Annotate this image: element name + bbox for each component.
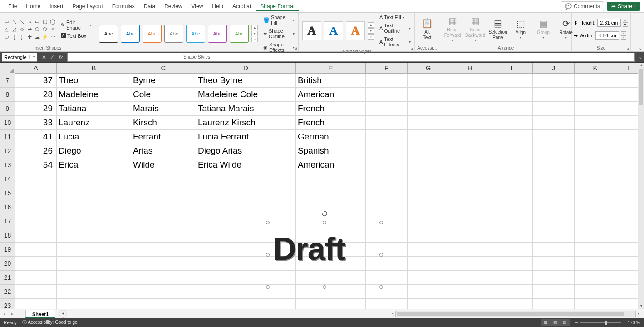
cell[interactable] <box>575 144 616 158</box>
shape-rtriangle-icon[interactable]: ◿ <box>10 25 18 33</box>
cell[interactable] <box>15 299 57 309</box>
cell[interactable]: Lucia Ferrant <box>196 130 296 144</box>
col-header-k[interactable]: K <box>575 63 616 73</box>
cell[interactable] <box>408 130 449 144</box>
row-header[interactable]: 9 <box>0 102 15 116</box>
row-header[interactable]: 23 <box>0 299 15 309</box>
cell[interactable] <box>57 186 131 200</box>
cell[interactable] <box>366 158 408 172</box>
cell[interactable] <box>408 200 449 214</box>
cell[interactable] <box>449 172 491 186</box>
col-header-f[interactable]: F <box>366 63 408 73</box>
cell[interactable] <box>491 271 533 285</box>
cell[interactable] <box>533 116 575 130</box>
cell[interactable] <box>575 271 616 285</box>
menu-data[interactable]: Data <box>139 1 160 11</box>
cell[interactable] <box>131 228 196 243</box>
resize-handle-tl[interactable] <box>266 221 270 224</box>
resize-handle-bm[interactable] <box>323 285 326 289</box>
text-outline-button[interactable]: A Text Outline ▾ <box>378 22 413 35</box>
cell[interactable]: Theo <box>57 74 131 88</box>
cell[interactable] <box>491 130 533 144</box>
cell[interactable] <box>408 214 449 228</box>
cell[interactable]: Diego <box>57 144 131 158</box>
cell[interactable] <box>491 158 533 172</box>
cell[interactable] <box>449 257 491 271</box>
row-header[interactable]: 15 <box>0 186 15 200</box>
cell[interactable]: Laurenz <box>57 116 131 130</box>
cell[interactable] <box>533 214 575 228</box>
shape-roundrect-icon[interactable]: ▢ <box>41 18 49 25</box>
cell[interactable]: Byrne <box>131 74 196 88</box>
shape-star-icon[interactable]: ✧ <box>49 25 56 33</box>
cell[interactable] <box>57 299 131 309</box>
name-box[interactable]: Rectangle 1 ▾ <box>2 53 37 62</box>
shape-style-5[interactable]: Abc <box>186 25 205 43</box>
cell[interactable]: 37 <box>15 74 57 88</box>
rotate-handle[interactable] <box>322 210 327 215</box>
width-up-button[interactable]: ▴ <box>621 31 626 35</box>
cell[interactable] <box>491 200 533 214</box>
cell[interactable] <box>15 271 57 285</box>
cell[interactable] <box>449 228 491 243</box>
resize-handle-bl[interactable] <box>266 285 270 289</box>
cell[interactable] <box>366 186 408 200</box>
send-backward-button[interactable]: ▦ Send Backward ▾ <box>465 14 486 45</box>
cell[interactable] <box>449 130 491 144</box>
row-header[interactable]: 18 <box>0 228 15 243</box>
row-header[interactable]: 12 <box>0 144 15 158</box>
col-header-c[interactable]: C <box>131 63 196 73</box>
cell[interactable] <box>408 299 449 309</box>
cell[interactable] <box>449 285 491 299</box>
col-header-j[interactable]: J <box>533 63 575 73</box>
cell[interactable] <box>366 299 408 309</box>
cell[interactable] <box>131 299 196 309</box>
cell[interactable]: American <box>296 158 366 172</box>
formula-expand-button[interactable]: ⌄ <box>637 54 644 59</box>
cell[interactable] <box>449 214 491 228</box>
cell[interactable] <box>449 158 491 172</box>
select-all-button[interactable] <box>0 63 15 74</box>
cell[interactable]: American <box>296 88 366 102</box>
cell[interactable]: Lucia <box>57 130 131 144</box>
share-button[interactable]: ➦ Share ▾ <box>607 2 640 11</box>
cell[interactable] <box>533 158 575 172</box>
shape-lightning-icon[interactable]: ⚡ <box>41 33 49 40</box>
cell[interactable]: Tatiana Marais <box>196 102 296 116</box>
gallery-up-button[interactable]: ▴ <box>251 25 258 30</box>
cell[interactable]: Arias <box>131 144 196 158</box>
resize-handle-ml[interactable] <box>266 253 270 257</box>
cell[interactable] <box>131 186 196 200</box>
cell[interactable] <box>131 285 196 299</box>
cell[interactable] <box>408 74 449 88</box>
cell[interactable] <box>57 214 131 228</box>
menu-review[interactable]: Review <box>160 1 187 11</box>
fx-icon[interactable]: fx <box>56 53 65 62</box>
cell[interactable] <box>575 214 616 228</box>
cell[interactable] <box>366 116 408 130</box>
cell[interactable] <box>408 102 449 116</box>
cell[interactable] <box>15 200 57 214</box>
cell[interactable] <box>491 228 533 243</box>
cell[interactable] <box>533 186 575 200</box>
gallery-down-button[interactable]: ▾ <box>251 31 258 36</box>
cell[interactable] <box>408 243 449 257</box>
shape-arrow-icon[interactable]: ➡ <box>26 25 33 33</box>
cell[interactable]: Tatiana <box>57 102 131 116</box>
cell[interactable] <box>491 116 533 130</box>
height-up-button[interactable]: ▴ <box>623 19 628 23</box>
zoom-level[interactable]: 170 % <box>628 320 640 325</box>
page-break-view-button[interactable]: ▤ <box>560 319 570 326</box>
cell[interactable] <box>196 186 296 200</box>
cell[interactable]: Diego Arias <box>196 144 296 158</box>
col-header-h[interactable]: H <box>449 63 491 73</box>
cell[interactable]: Laurenz Kirsch <box>196 116 296 130</box>
cell[interactable]: Kirsch <box>131 116 196 130</box>
cell[interactable] <box>15 228 57 243</box>
menu-insert[interactable]: Insert <box>45 1 68 11</box>
vertical-scrollbar[interactable]: ▴ ▾ <box>638 63 644 309</box>
cell[interactable] <box>57 257 131 271</box>
height-input[interactable] <box>597 19 621 27</box>
cell[interactable] <box>408 186 449 200</box>
cell[interactable] <box>533 243 575 257</box>
